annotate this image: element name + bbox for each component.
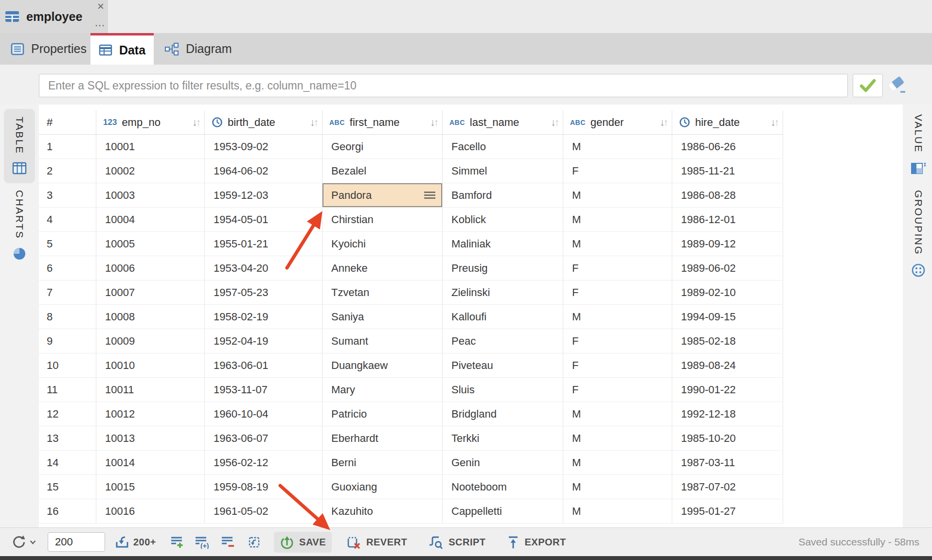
cell-gender[interactable]: M <box>563 305 672 329</box>
cell-hire_date[interactable]: 1989-08-24 <box>672 353 783 377</box>
column-header-gender[interactable]: ABCgender↓↑ <box>563 110 672 134</box>
row-number[interactable]: 8 <box>39 305 96 329</box>
cell-emp_no[interactable]: 10011 <box>96 378 205 402</box>
cell-emp_no[interactable]: 10010 <box>96 353 205 377</box>
row-number[interactable]: 15 <box>39 475 96 499</box>
generate-mock-data-button[interactable] <box>248 536 261 549</box>
row-number[interactable]: 2 <box>39 159 96 183</box>
cell-emp_no[interactable]: 10006 <box>96 256 205 280</box>
cell-last_name[interactable]: Nooteboom <box>443 475 563 499</box>
cell-birth_date[interactable]: 1959-08-19 <box>205 475 323 499</box>
apply-filter-button[interactable] <box>853 74 883 97</box>
revert-button[interactable]: REVERT <box>341 532 413 553</box>
tab-properties[interactable]: Properties <box>0 33 97 65</box>
cell-first_name[interactable]: Bezalel <box>323 159 443 183</box>
cell-last_name[interactable]: Sluis <box>443 378 563 402</box>
cell-last_name[interactable]: Maliniak <box>443 232 563 256</box>
cell-first_name[interactable]: Eberhardt <box>323 426 443 450</box>
column-header-first_name[interactable]: ABCfirst_name↓↑ <box>323 110 443 134</box>
export-button[interactable]: EXPORT <box>501 532 572 553</box>
cell-gender[interactable]: M <box>563 451 672 474</box>
cell-first_name[interactable]: Kazuhito <box>323 499 443 523</box>
cell-last_name[interactable]: Bamford <box>443 183 563 207</box>
save-button[interactable]: SAVE <box>274 532 332 553</box>
cell-emp_no[interactable]: 10001 <box>96 135 205 158</box>
cell-hire_date[interactable]: 1987-07-02 <box>672 475 783 499</box>
fetch-next-button[interactable]: 200+ <box>115 536 156 549</box>
cell-gender[interactable]: M <box>563 232 672 256</box>
panel-tab-charts[interactable]: CHARTS <box>4 190 35 261</box>
editor-tab-employee[interactable]: employee <box>0 0 108 33</box>
duplicate-row-button[interactable]: (+) <box>194 536 212 549</box>
cell-gender[interactable]: F <box>563 159 672 183</box>
panel-tab-grouping[interactable]: GROUPING <box>908 190 929 278</box>
panel-tab-value[interactable]: VALUE I <box>908 114 929 175</box>
row-number[interactable]: 4 <box>39 208 96 231</box>
cell-last_name[interactable]: Zielinski <box>443 280 563 304</box>
cell-emp_no[interactable]: 10009 <box>96 329 205 353</box>
cell-birth_date[interactable]: 1953-04-20 <box>205 256 323 280</box>
cell-birth_date[interactable]: 1953-09-02 <box>205 135 323 158</box>
cell-hire_date[interactable]: 1989-09-12 <box>672 232 783 256</box>
add-row-button[interactable] <box>170 536 184 549</box>
cell-emp_no[interactable]: 10007 <box>96 280 205 304</box>
cell-last_name[interactable]: Koblick <box>443 208 563 231</box>
cell-emp_no[interactable]: 10003 <box>96 183 205 207</box>
cell-last_name[interactable]: Preusig <box>443 256 563 280</box>
cell-first_name[interactable]: Georgi <box>323 135 443 158</box>
row-limit-input[interactable] <box>48 532 105 552</box>
script-button[interactable]: SCRIPT <box>422 532 491 553</box>
cell-birth_date[interactable]: 1963-06-07 <box>205 426 323 450</box>
cell-first_name[interactable]: Kyoichi <box>323 232 443 256</box>
cell-hire_date[interactable]: 1985-02-18 <box>672 329 783 353</box>
cell-gender[interactable]: M <box>563 475 672 499</box>
cell-first_name[interactable]: Sumant <box>323 329 443 353</box>
cell-birth_date[interactable]: 1957-05-23 <box>205 280 323 304</box>
cell-hire_date[interactable]: 1986-12-01 <box>672 208 783 231</box>
cell-last_name[interactable]: Kalloufi <box>443 305 563 329</box>
cell-gender[interactable]: M <box>563 402 672 426</box>
row-number[interactable]: 12 <box>39 402 96 426</box>
row-number[interactable]: 7 <box>39 280 96 304</box>
cell-hire_date[interactable]: 1985-11-21 <box>672 159 783 183</box>
overflow-menu-icon[interactable]: … <box>94 17 106 29</box>
cell-birth_date[interactable]: 1953-11-07 <box>205 378 323 402</box>
cell-last_name[interactable]: Genin <box>443 451 563 474</box>
sort-icon[interactable]: ↓↑ <box>310 110 317 134</box>
column-header-rownum[interactable]: # <box>39 110 96 134</box>
cell-first_name[interactable]: Patricio <box>323 402 443 426</box>
row-number[interactable]: 1 <box>39 135 96 158</box>
close-icon[interactable]: × <box>94 0 107 13</box>
cell-birth_date[interactable]: 1960-10-04 <box>205 402 323 426</box>
cell-gender[interactable]: M <box>563 426 672 450</box>
cell-birth_date[interactable]: 1956-02-12 <box>205 451 323 474</box>
cell-hire_date[interactable]: 1989-02-10 <box>672 280 783 304</box>
cell-birth_date[interactable]: 1961-05-02 <box>205 499 323 523</box>
column-header-emp_no[interactable]: 123emp_no↓↑ <box>96 110 205 134</box>
column-header-hire_date[interactable]: hire_date↓↑ <box>672 110 783 134</box>
tab-data[interactable]: Data <box>90 33 154 65</box>
cell-last_name[interactable]: Bridgland <box>443 402 563 426</box>
column-header-last_name[interactable]: ABClast_name↓↑ <box>443 110 563 134</box>
cell-birth_date[interactable]: 1959-12-03 <box>205 183 323 207</box>
sort-icon[interactable]: ↓↑ <box>430 110 437 134</box>
cell-hire_date[interactable]: 1989-06-02 <box>672 256 783 280</box>
cell-hire_date[interactable]: 1995-01-27 <box>672 499 783 523</box>
sort-icon[interactable]: ↓↑ <box>660 110 667 134</box>
cell-hire_date[interactable]: 1985-10-20 <box>672 426 783 450</box>
row-number[interactable]: 11 <box>39 378 96 402</box>
cell-emp_no[interactable]: 10005 <box>96 232 205 256</box>
cell-first_name[interactable]: Chirstian <box>323 208 443 231</box>
sql-filter-input[interactable] <box>39 74 848 97</box>
sort-icon[interactable]: ↓↑ <box>192 110 199 134</box>
cell-gender[interactable]: F <box>563 280 672 304</box>
delete-row-button[interactable] <box>220 536 235 549</box>
column-header-birth_date[interactable]: birth_date↓↑ <box>205 110 323 134</box>
cell-gender[interactable]: F <box>563 378 672 402</box>
cell-emp_no[interactable]: 10015 <box>96 475 205 499</box>
tab-diagram[interactable]: Diagram <box>154 33 242 65</box>
panel-tab-table[interactable]: TABLE <box>4 109 35 183</box>
cell-gender[interactable]: F <box>563 353 672 377</box>
cell-first_name[interactable]: Anneke <box>323 256 443 280</box>
cell-gender[interactable]: M <box>563 135 672 158</box>
